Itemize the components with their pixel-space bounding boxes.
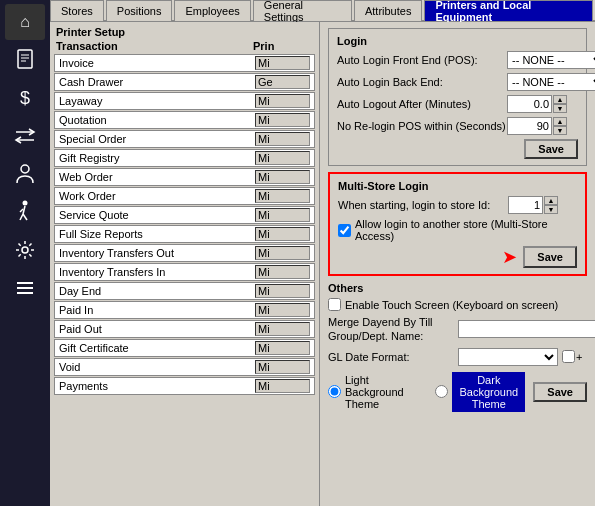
transaction-row[interactable]: Gift RegistryMi — [54, 149, 315, 167]
transaction-row[interactable]: Cash DrawerGe — [54, 73, 315, 91]
theme-row: Light Background Theme Dark Background T… — [328, 372, 587, 412]
transaction-row[interactable]: Work OrderMi — [54, 187, 315, 205]
dollar-icon[interactable]: $ — [5, 80, 45, 116]
menu-icon[interactable] — [5, 270, 45, 306]
transaction-printer: Mi — [255, 322, 310, 336]
svg-point-11 — [22, 247, 28, 253]
transaction-row[interactable]: Inventory Transfers InMi — [54, 263, 315, 281]
svg-line-8 — [20, 209, 23, 212]
multistore-save-button[interactable]: Save — [523, 246, 577, 268]
transaction-name: Web Order — [59, 171, 255, 183]
auto-login-front-select[interactable]: -- NONE -- — [507, 51, 595, 69]
no-relogin-down-btn[interactable]: ▼ — [553, 126, 567, 135]
light-theme-label: Light Background Theme — [345, 374, 411, 410]
transaction-row[interactable]: Gift CertificateMi — [54, 339, 315, 357]
auto-logout-input[interactable] — [507, 95, 552, 113]
transaction-printer: Mi — [255, 151, 310, 165]
transaction-printer: Mi — [255, 189, 310, 203]
transfer-icon[interactable] — [5, 118, 45, 154]
tab-employees[interactable]: Employees — [174, 0, 250, 21]
transaction-row[interactable]: Special OrderMi — [54, 130, 315, 148]
home-icon[interactable]: ⌂ — [5, 4, 45, 40]
transaction-row[interactable]: PaymentsMi — [54, 377, 315, 395]
auto-login-back-select[interactable]: -- NONE -- — [507, 73, 595, 91]
dark-theme-option: Dark Background Theme — [435, 372, 525, 412]
transaction-row[interactable]: Day EndMi — [54, 282, 315, 300]
dark-theme-button[interactable]: Dark Background Theme — [452, 372, 525, 412]
auto-login-front-label: Auto Login Front End (POS): — [337, 54, 507, 66]
merge-dayend-label: Merge Dayend By TillGroup/Dept. Name: — [328, 315, 458, 344]
sidebar: ⌂ $ — [0, 0, 50, 506]
tab-attributes[interactable]: Attributes — [354, 0, 422, 21]
store-id-input[interactable] — [508, 196, 543, 214]
tab-positions[interactable]: Positions — [106, 0, 173, 21]
person-icon[interactable] — [5, 156, 45, 192]
transaction-row[interactable]: Full Size ReportsMi — [54, 225, 315, 243]
auto-logout-up-btn[interactable]: ▲ — [553, 95, 567, 104]
transaction-name: Payments — [59, 380, 255, 392]
left-panel: Printer Setup Transaction Prin InvoiceMi… — [50, 22, 320, 506]
login-save-button[interactable]: Save — [524, 139, 578, 159]
login-section: Login Auto Login Front End (POS): -- NON… — [328, 28, 587, 166]
tab-printers[interactable]: Printers and Local Equipment — [424, 0, 593, 21]
allow-multistore-row: Allow login to another store (Multi-Stor… — [338, 218, 577, 242]
transaction-name: Service Quote — [59, 209, 255, 221]
transaction-row[interactable]: Service QuoteMi — [54, 206, 315, 224]
auto-logout-label: Auto Logout After (Minutes) — [337, 98, 507, 110]
store-id-up-btn[interactable]: ▲ — [544, 196, 558, 205]
transaction-row[interactable]: LayawayMi — [54, 92, 315, 110]
arrow-icon: ➤ — [502, 246, 517, 268]
transaction-name: Inventory Transfers Out — [59, 247, 255, 259]
transaction-printer: Mi — [255, 246, 310, 260]
svg-point-5 — [21, 165, 29, 173]
gl-date-extra-checkbox[interactable] — [562, 350, 575, 363]
transaction-printer: Mi — [255, 284, 310, 298]
store-id-spinner: ▲ ▼ — [508, 196, 558, 214]
transaction-row[interactable]: Paid InMi — [54, 301, 315, 319]
no-relogin-label: No Re-login POS within (Seconds) — [337, 120, 507, 132]
auto-logout-down-btn[interactable]: ▼ — [553, 104, 567, 113]
transaction-name: Inventory Transfers In — [59, 266, 255, 278]
light-theme-radio[interactable] — [328, 385, 341, 398]
transaction-row[interactable]: InvoiceMi — [54, 54, 315, 72]
transaction-row[interactable]: Web OrderMi — [54, 168, 315, 186]
multistore-section: Multi-Store Login When starting, login t… — [328, 172, 587, 276]
light-theme-option: Light Background Theme — [328, 374, 411, 410]
store-id-down-btn[interactable]: ▼ — [544, 205, 558, 214]
settings-icon[interactable] — [5, 232, 45, 268]
dark-theme-radio[interactable] — [435, 385, 448, 398]
touch-screen-checkbox[interactable] — [328, 298, 341, 311]
transaction-row[interactable]: QuotationMi — [54, 111, 315, 129]
auto-logout-spinner-btns: ▲ ▼ — [553, 95, 567, 113]
allow-multistore-checkbox[interactable] — [338, 224, 351, 237]
no-relogin-up-btn[interactable]: ▲ — [553, 117, 567, 126]
gl-date-select[interactable] — [458, 348, 558, 366]
transaction-printer: Mi — [255, 132, 310, 146]
transaction-name: Cash Drawer — [59, 76, 255, 88]
gl-date-label: GL Date Format: — [328, 351, 458, 363]
transaction-printer: Mi — [255, 341, 310, 355]
merge-dayend-input[interactable] — [458, 320, 595, 338]
others-save-button[interactable]: Save — [533, 382, 587, 402]
auto-login-front-row: Auto Login Front End (POS): -- NONE -- — [337, 51, 578, 69]
no-relogin-input[interactable] — [507, 117, 552, 135]
transaction-name: Quotation — [59, 114, 255, 126]
invoice-icon[interactable] — [5, 42, 45, 78]
walk-icon[interactable] — [5, 194, 45, 230]
others-section-label: Others — [328, 282, 587, 294]
tab-stores[interactable]: Stores — [50, 0, 104, 21]
allow-multistore-label: Allow login to another store (Multi-Stor… — [355, 218, 577, 242]
transaction-name: Work Order — [59, 190, 255, 202]
transaction-row[interactable]: Inventory Transfers OutMi — [54, 244, 315, 262]
auto-logout-row: Auto Logout After (Minutes) ▲ ▼ — [337, 95, 578, 113]
transaction-row[interactable]: VoidMi — [54, 358, 315, 376]
transaction-row[interactable]: Paid OutMi — [54, 320, 315, 338]
no-relogin-spinner: ▲ ▼ — [507, 117, 567, 135]
auto-login-back-label: Auto Login Back End: — [337, 76, 507, 88]
auto-logout-spinner: ▲ ▼ — [507, 95, 567, 113]
transaction-printer: Mi — [255, 360, 310, 374]
svg-text:$: $ — [20, 88, 30, 108]
main-content: Printer Setup Transaction Prin InvoiceMi… — [50, 22, 595, 506]
svg-line-10 — [23, 214, 27, 220]
tab-general-settings[interactable]: General Settings — [253, 0, 352, 21]
